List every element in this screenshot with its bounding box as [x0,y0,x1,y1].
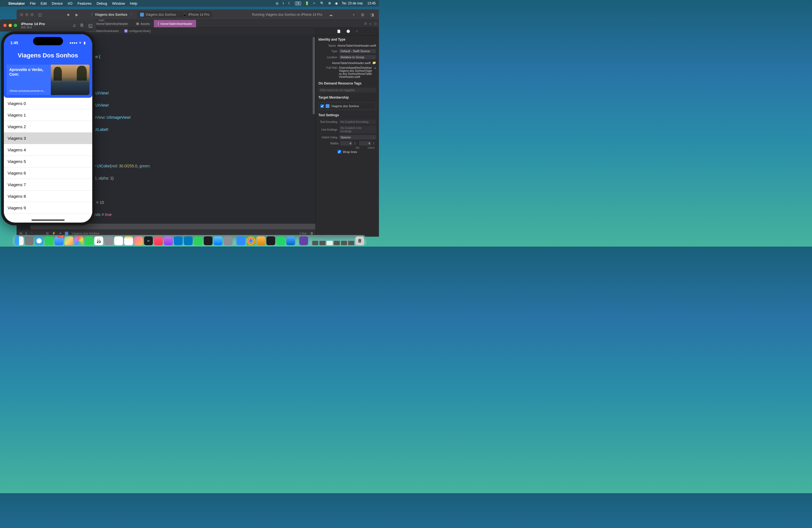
wrap-checkbox[interactable] [337,150,341,153]
table-row[interactable]: Viagens 0 [4,98,92,109]
home-indicator[interactable] [31,220,64,221]
table-row[interactable]: Viagens 1 [4,109,92,121]
dock-terminal[interactable] [266,236,275,245]
dock-appstore[interactable] [214,236,222,245]
dock-messages[interactable] [45,236,54,245]
sim-close[interactable] [3,24,6,27]
lineend-select[interactable]: No Explicit Line Endings⌄ [339,126,376,133]
bc-method[interactable]: configurarView() [129,29,151,33]
dock-xcode[interactable] [286,236,295,245]
dock-keynote[interactable] [204,236,213,245]
dock-min-5[interactable] [341,241,347,245]
dock-notes[interactable] [124,236,133,245]
dock-safari[interactable] [35,236,44,245]
dock-maps[interactable] [64,236,73,245]
dock-vscode[interactable] [174,236,183,245]
dock-launchpad[interactable] [25,236,34,245]
dock-trello[interactable] [184,236,193,245]
menu-io[interactable]: I/O [68,1,72,5]
stop-button[interactable]: ■ [66,12,71,17]
help-inspector-tab-icon[interactable]: ? [356,30,358,33]
control-center-icon[interactable]: ⚙ [328,1,331,5]
menu-app-name[interactable]: Simulator [8,1,25,5]
menu-help[interactable]: Help [130,1,137,5]
inspector-toggle-icon[interactable]: ◨ [369,12,376,17]
scheme-selector[interactable]: ᚴ Viagens dos Sonhos main [88,13,127,17]
menubar-time[interactable]: 13:45 [367,1,376,5]
menu-features[interactable]: Features [77,1,91,5]
add-tab-button[interactable]: + [351,12,357,17]
airdrop-icon[interactable]: ◎ [276,1,278,5]
dock-photos[interactable] [75,236,83,245]
menubar-date[interactable]: Ter. 23 de mai. [342,1,363,5]
menu-edit[interactable]: Edit [41,1,47,5]
table-row[interactable]: Viagens 4 [4,144,92,156]
sim-home-icon[interactable]: ⌂ [73,23,76,28]
console-toggle-icon[interactable]: ◨ [310,231,313,235]
battery-icon[interactable]: 🔋 [305,1,309,5]
table-row[interactable]: Viagens 3 [4,133,92,144]
dock-facetime[interactable] [85,236,93,245]
siri-icon[interactable]: ◉ [335,1,338,5]
search-icon[interactable]: 🔍 [320,1,324,5]
sim-zoom[interactable] [14,24,17,27]
dock-min-1[interactable] [313,241,318,245]
dock-music[interactable] [154,236,163,245]
table-row[interactable]: Viagens 8 [4,191,92,202]
indent-select[interactable]: Spaces⌄ [339,135,376,140]
step-in-icon[interactable]: ↓ [36,232,38,235]
dock-min-6[interactable] [348,241,354,245]
step-out-icon[interactable]: ↑ [41,232,43,235]
table-row[interactable]: Viagens 6 [4,167,92,179]
bluetooth-icon[interactable]: ᚼ [282,1,284,5]
window-close[interactable] [20,13,23,16]
indent-width-input[interactable] [359,141,371,146]
window-zoom[interactable] [30,13,34,16]
sim-minimize[interactable] [9,24,12,27]
menu-device[interactable]: Device [52,1,63,5]
debug-toggle-icon[interactable]: ▤ [19,231,22,235]
dock-chrome[interactable] [247,236,256,245]
moon-icon[interactable]: ☾ [288,1,291,5]
pause-icon[interactable]: ‖ [25,231,27,235]
debug-target-name[interactable]: Viagens dos Sonhos [72,232,99,235]
reveal-icon[interactable]: ➜ [374,66,376,70]
table-row[interactable]: Viagens 7 [4,179,92,191]
table-row[interactable]: Viagens 9 [4,202,92,214]
dock-mail[interactable]: 1.169 [55,236,63,245]
dock-numbers[interactable] [194,236,203,245]
dock-recent-1[interactable] [300,236,308,245]
run-button[interactable]: ▶ [74,12,80,17]
dock-tv[interactable]: tv [144,236,153,245]
sim-rotate-icon[interactable]: ◱ [88,23,92,28]
indent-stepper[interactable]: ▲▼ [373,142,376,145]
tab-hometableviewheader-swift[interactable]: ⟆ HomeTableViewHeader [154,20,197,27]
dock-settings[interactable] [224,236,233,245]
language-indicator[interactable]: DE [295,2,301,5]
wifi-icon[interactable]: ᯤ [313,1,316,5]
dock-min-2[interactable] [320,241,325,245]
dock-min-4[interactable] [334,241,340,245]
sim-screenshot-icon[interactable]: ⎘ [81,23,83,28]
dock-contacts[interactable] [104,236,113,245]
tab-stepper[interactable]: ▲▼ [354,142,358,145]
name-value[interactable]: HomeTableViewHeader.swift [337,44,376,47]
dock-freeform[interactable] [134,236,143,245]
tab-assets[interactable]: ▦ Assets [132,20,154,27]
target-selector[interactable]: Viagens dos Sonhos 〉 📱 iPhone 14 Pro [137,11,212,18]
type-select[interactable]: Default - Swift Source⌄ [339,49,376,53]
dock-min-3[interactable] [327,241,333,245]
dock-trash[interactable]: 🗑 [356,236,364,245]
banner-view[interactable]: Aproveite o Verão, Com: Ofertas exclusiv… [6,64,89,95]
location-select[interactable]: Relative to Group⌄ [339,55,376,59]
menu-file[interactable]: File [30,1,35,5]
dock-reminders[interactable] [114,236,123,245]
target-checkbox[interactable] [320,104,324,108]
split-icon[interactable]: ◫ [374,22,377,25]
table-view[interactable]: Viagens 0 Viagens 1 Viagens 2 Viagens 3 … [4,98,92,214]
menu-window[interactable]: Window [112,1,125,5]
dock-zoom[interactable] [237,236,246,245]
iphone-screen[interactable]: 1:45 ●●●● ᯤ ▮ Viagens Dos Sonhos Aprovei… [4,34,92,223]
vertical-scrollbar[interactable] [313,37,315,114]
encoding-select[interactable]: No Explicit Encoding⌄ [339,120,376,124]
